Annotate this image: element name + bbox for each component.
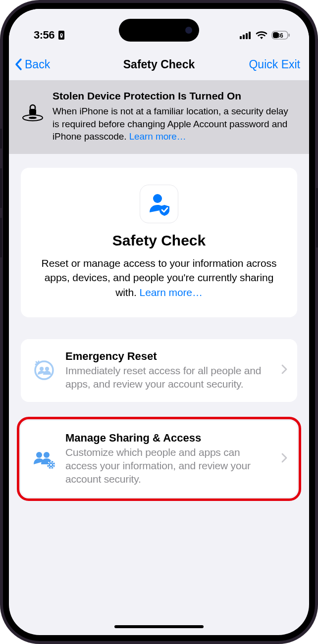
svg-line-26 <box>49 462 49 463</box>
lock-location-icon <box>22 104 44 124</box>
banner-text: Stolen Device Protection Is Turned On Wh… <box>53 90 296 143</box>
svg-line-27 <box>53 466 53 467</box>
svg-point-14 <box>153 194 162 203</box>
status-left: 3:56 <box>34 29 65 42</box>
svg-rect-3 <box>240 36 242 39</box>
cellular-icon <box>240 31 252 39</box>
dynamic-island <box>119 19 199 42</box>
chevron-left-icon <box>14 57 24 71</box>
phone-frame: 3:56 36 Back Safety Check Quick Exit <box>0 0 318 644</box>
manage-sharing-icon <box>32 447 56 471</box>
svg-rect-5 <box>246 33 248 39</box>
annotation-highlight: Manage Sharing & Access Customize which … <box>17 417 301 501</box>
svg-line-28 <box>53 462 53 463</box>
mute-switch <box>0 129 2 149</box>
banner-title: Stolen Device Protection Is Turned On <box>53 90 296 102</box>
manage-sharing-body: Manage Sharing & Access Customize which … <box>65 432 272 486</box>
manage-sharing-desc: Customize which people and apps can acce… <box>65 446 272 486</box>
manage-sharing-title: Manage Sharing & Access <box>65 432 272 445</box>
svg-rect-4 <box>243 35 245 39</box>
emergency-reset-desc: Immediately reset access for all people … <box>65 364 272 391</box>
portrait-lock-icon <box>57 30 65 40</box>
svg-text:36: 36 <box>276 32 283 39</box>
svg-point-17 <box>45 367 49 371</box>
stolen-device-banner: Stolen Device Protection Is Turned On Wh… <box>9 80 309 154</box>
emergency-reset-title: Emergency Reset <box>65 350 272 363</box>
svg-point-19 <box>44 452 50 458</box>
nav-bar: Back Safety Check Quick Exit <box>9 49 309 80</box>
power-button <box>316 188 318 248</box>
svg-rect-6 <box>249 32 251 39</box>
home-indicator[interactable] <box>114 625 204 628</box>
svg-rect-13 <box>29 109 36 115</box>
wifi-icon <box>256 31 267 40</box>
emergency-reset-row[interactable]: Emergency Reset Immediately reset access… <box>21 339 297 402</box>
person-shield-check-icon <box>147 192 171 216</box>
volume-down-button <box>0 218 2 257</box>
back-label: Back <box>25 58 50 71</box>
svg-point-16 <box>40 367 44 371</box>
content: Safety Check Reset or manage access to y… <box>9 154 309 501</box>
chevron-right-icon <box>281 364 287 376</box>
status-time: 3:56 <box>34 29 54 42</box>
manage-sharing-row[interactable]: Manage Sharing & Access Customize which … <box>21 421 297 497</box>
hero-desc: Reset or manage access to your informati… <box>36 256 282 299</box>
hero-title: Safety Check <box>36 232 282 249</box>
svg-point-12 <box>29 117 37 119</box>
hero-card: Safety Check Reset or manage access to y… <box>21 168 297 317</box>
back-button[interactable]: Back <box>14 57 50 71</box>
banner-learn-more-link[interactable]: Learn more… <box>129 131 186 142</box>
battery-icon: 36 <box>271 31 290 40</box>
hero-icon-wrap <box>140 185 178 223</box>
emergency-reset-body: Emergency Reset Immediately reset access… <box>65 350 272 391</box>
svg-point-18 <box>36 452 42 458</box>
hero-learn-more-link[interactable]: Learn more… <box>140 287 203 298</box>
svg-rect-0 <box>58 31 64 40</box>
quick-exit-button[interactable]: Quick Exit <box>249 58 300 71</box>
emergency-reset-icon <box>32 358 56 382</box>
screen: 3:56 36 Back Safety Check Quick Exit <box>9 9 309 635</box>
banner-desc: When iPhone is not at a familiar locatio… <box>53 105 296 143</box>
svg-line-29 <box>49 466 49 467</box>
status-right: 36 <box>240 31 290 40</box>
chevron-right-icon <box>281 453 287 465</box>
volume-up-button <box>0 168 2 208</box>
svg-rect-10 <box>289 34 290 37</box>
svg-point-21 <box>50 464 52 466</box>
